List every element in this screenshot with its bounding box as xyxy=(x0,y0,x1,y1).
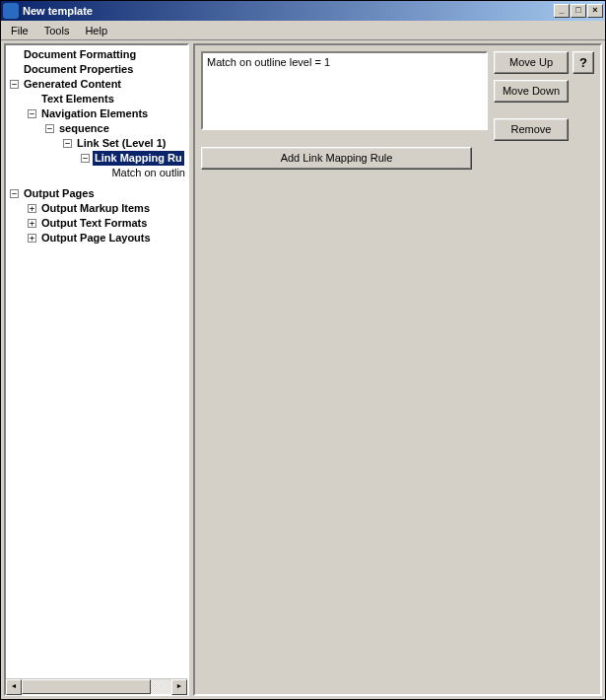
collapse-icon[interactable]: − xyxy=(81,154,90,163)
content-pane: Match on outline level = 1 Move Up ? Mov… xyxy=(193,43,602,696)
collapse-icon[interactable]: − xyxy=(28,109,36,118)
collapse-icon[interactable]: − xyxy=(10,80,19,89)
app-icon xyxy=(3,3,19,19)
expand-icon[interactable]: + xyxy=(28,234,36,243)
window-controls: _ □ × xyxy=(554,4,603,18)
tree-doc-formatting[interactable]: Document Formatting xyxy=(22,47,138,62)
scroll-thumb[interactable] xyxy=(22,679,151,694)
tree-output-pages[interactable]: Output Pages xyxy=(22,186,97,201)
tree-sequence[interactable]: sequence xyxy=(57,121,111,136)
rule-listbox[interactable]: Match on outline level = 1 xyxy=(201,51,488,130)
menu-tools[interactable]: Tools xyxy=(36,23,78,38)
tree-link-set[interactable]: Link Set (Level 1) xyxy=(75,136,168,151)
tree-navigation-elements[interactable]: Navigation Elements xyxy=(39,106,150,121)
expand-icon[interactable]: + xyxy=(28,219,36,228)
tree-generated-content[interactable]: Generated Content xyxy=(22,77,123,92)
expand-icon[interactable]: + xyxy=(28,204,36,213)
collapse-icon[interactable]: − xyxy=(45,124,54,133)
client-area: Document Formatting Document Properties … xyxy=(1,40,605,699)
tree-output-markup-items[interactable]: Output Markup Items xyxy=(39,201,152,216)
tree-view[interactable]: Document Formatting Document Properties … xyxy=(6,45,187,678)
move-up-button[interactable]: Move Up xyxy=(494,51,569,74)
maximize-button[interactable]: □ xyxy=(571,4,586,18)
list-item[interactable]: Match on outline level = 1 xyxy=(207,55,482,69)
scroll-track[interactable] xyxy=(22,679,171,694)
title-bar[interactable]: New template _ □ × xyxy=(1,1,605,21)
tree-output-text-formats[interactable]: Output Text Formats xyxy=(39,216,149,231)
menu-bar: File Tools Help xyxy=(1,21,605,40)
menu-file[interactable]: File xyxy=(3,23,36,38)
tree-output-page-layouts[interactable]: Output Page Layouts xyxy=(39,231,153,245)
minimize-button[interactable]: _ xyxy=(554,4,570,18)
tree-link-mapping-rules[interactable]: Link Mapping Ru xyxy=(93,151,184,166)
close-button[interactable]: × xyxy=(587,4,603,18)
menu-help[interactable]: Help xyxy=(77,23,115,38)
tree-pane: Document Formatting Document Properties … xyxy=(4,43,189,696)
collapse-icon[interactable]: − xyxy=(63,139,72,148)
horizontal-scrollbar[interactable]: ◄ ► xyxy=(6,678,187,694)
tree-text-elements[interactable]: Text Elements xyxy=(39,92,116,106)
add-link-mapping-rule-button[interactable]: Add Link Mapping Rule xyxy=(201,147,472,170)
tree-match-outline[interactable]: Match on outlin xyxy=(109,166,187,180)
help-button[interactable]: ? xyxy=(572,51,594,74)
scroll-right-icon[interactable]: ► xyxy=(171,679,187,695)
collapse-icon[interactable]: − xyxy=(10,189,19,198)
tree-doc-properties[interactable]: Document Properties xyxy=(22,62,135,77)
scroll-left-icon[interactable]: ◄ xyxy=(6,679,22,695)
remove-button[interactable]: Remove xyxy=(494,118,569,141)
move-down-button[interactable]: Move Down xyxy=(494,80,569,103)
app-window: New template _ □ × File Tools Help Docum… xyxy=(0,0,606,700)
window-title: New template xyxy=(23,5,554,17)
